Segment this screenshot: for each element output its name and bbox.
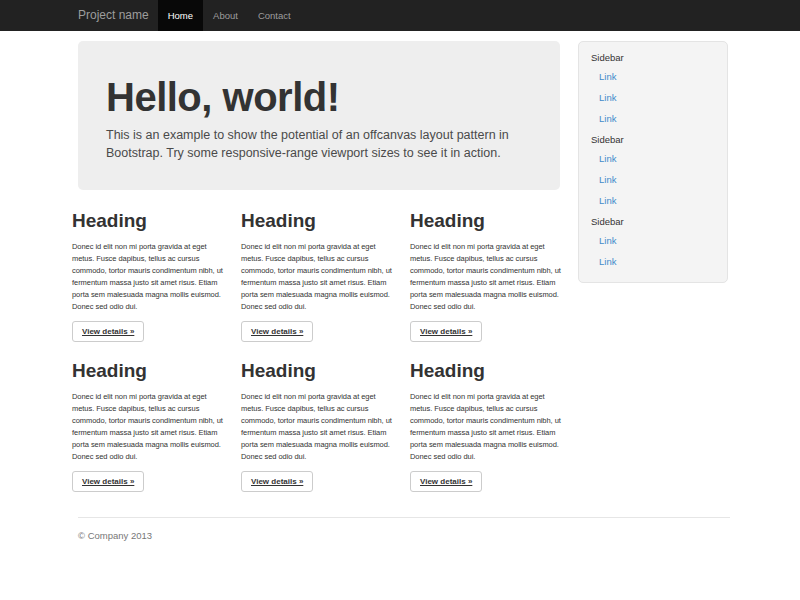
sidebar-link[interactable]: Link (599, 93, 717, 103)
card-heading: Heading (72, 210, 224, 232)
sidebar-group-heading: Sidebar (591, 53, 717, 63)
jumbotron-description-line2: Bootstrap. Try some responsive-range vie… (106, 145, 532, 163)
navbar-container: Project name HomeAboutContact (78, 0, 800, 31)
navbar-brand[interactable]: Project name (78, 0, 149, 31)
view-details-button[interactable]: View details » (410, 321, 482, 342)
sidebar-link[interactable]: Link (599, 236, 717, 246)
card-row: HeadingDonec id elit non mi porta gravid… (72, 342, 564, 492)
nav-link-home[interactable]: Home (158, 0, 203, 31)
sidebar-link[interactable]: Link (599, 196, 717, 206)
jumbotron-description: This is an example to show the potential… (106, 127, 532, 162)
copyright-text: © Company 2013 (78, 530, 730, 541)
view-details-button[interactable]: View details » (410, 471, 482, 492)
sidebar-link[interactable]: Link (599, 114, 717, 124)
sidebar: SidebarLinkLinkLinkSidebarLinkLinkLinkSi… (578, 41, 728, 283)
nav-item-contact: Contact (248, 0, 301, 31)
nav-item-home: Home (158, 0, 203, 31)
card-heading: Heading (410, 360, 562, 382)
view-details-button[interactable]: View details » (241, 321, 313, 342)
sidebar-link[interactable]: Link (599, 154, 717, 164)
card-body-text: Donec id elit non mi porta gravida at eg… (72, 391, 224, 463)
navbar-menu: HomeAboutContact (158, 0, 301, 31)
card-heading: Heading (241, 210, 393, 232)
nav-link-contact[interactable]: Contact (248, 0, 301, 31)
card-body-text: Donec id elit non mi porta gravida at eg… (410, 391, 562, 463)
jumbotron-description-line1: This is an example to show the potential… (106, 127, 532, 145)
view-details-button[interactable]: View details » (72, 471, 144, 492)
view-details-button[interactable]: View details » (241, 471, 313, 492)
nav-item-about: About (203, 0, 248, 31)
card-heading: Heading (72, 360, 224, 382)
card-heading: Heading (241, 360, 393, 382)
card: HeadingDonec id elit non mi porta gravid… (241, 342, 393, 492)
nav-link-about[interactable]: About (203, 0, 248, 31)
card-body-text: Donec id elit non mi porta gravida at eg… (241, 241, 393, 313)
content-area: HeadingDonec id elit non mi porta gravid… (72, 190, 564, 492)
card-body-text: Donec id elit non mi porta gravida at eg… (72, 241, 224, 313)
sidebar-group-heading: Sidebar (591, 135, 717, 145)
sidebar-group-heading: Sidebar (591, 217, 717, 227)
sidebar-link[interactable]: Link (599, 72, 717, 82)
sidebar-link[interactable]: Link (599, 257, 717, 267)
view-details-button[interactable]: View details » (72, 321, 144, 342)
page-title: Hello, world! (106, 75, 532, 119)
footer: © Company 2013 (78, 517, 730, 541)
card: HeadingDonec id elit non mi porta gravid… (410, 342, 562, 492)
sidebar-link[interactable]: Link (599, 175, 717, 185)
card-body-text: Donec id elit non mi porta gravida at eg… (241, 391, 393, 463)
card-row: HeadingDonec id elit non mi porta gravid… (72, 190, 564, 342)
card: HeadingDonec id elit non mi porta gravid… (410, 190, 562, 342)
card-body-text: Donec id elit non mi porta gravida at eg… (410, 241, 562, 313)
card: HeadingDonec id elit non mi porta gravid… (72, 190, 224, 342)
navbar: Project name HomeAboutContact (0, 0, 800, 31)
jumbotron: Hello, world! This is an example to show… (78, 41, 560, 190)
card-heading: Heading (410, 210, 562, 232)
card: HeadingDonec id elit non mi porta gravid… (72, 342, 224, 492)
card: HeadingDonec id elit non mi porta gravid… (241, 190, 393, 342)
